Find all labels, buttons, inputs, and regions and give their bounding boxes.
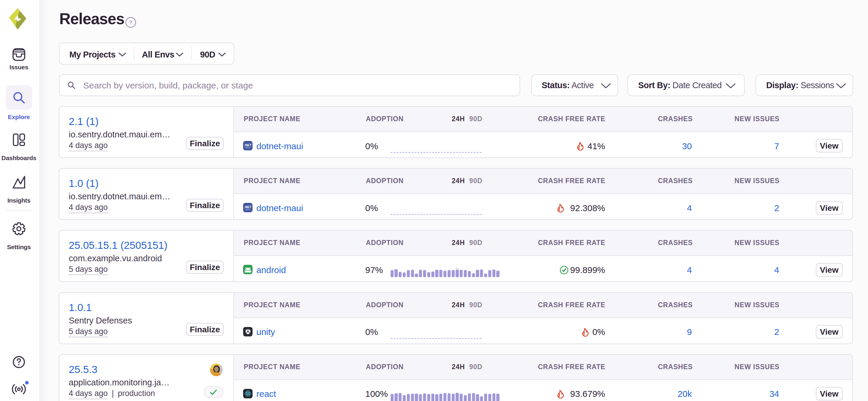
svg-text:?: ? bbox=[129, 20, 132, 26]
